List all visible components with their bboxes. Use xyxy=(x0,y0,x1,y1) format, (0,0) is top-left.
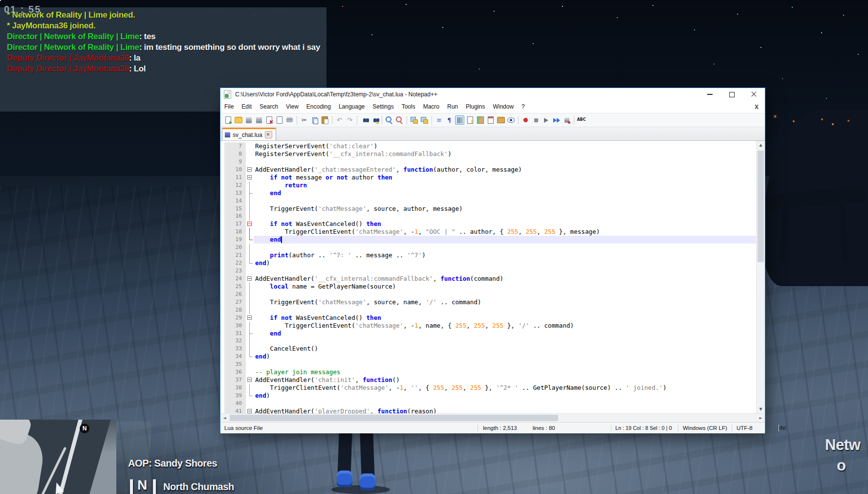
show-all-characters-icon[interactable]: ¶ xyxy=(445,115,454,125)
code-text[interactable]: if not message or not author then xyxy=(254,174,757,181)
document-list-icon[interactable] xyxy=(486,115,495,125)
fold-margin[interactable] xyxy=(246,407,254,413)
code-text[interactable]: print(author .. '^7: ' .. message .. '^7… xyxy=(254,251,757,259)
tab-sv-chat-lua[interactable]: sv_chat.lua xyxy=(222,128,276,140)
maximize-button[interactable] xyxy=(721,88,743,101)
menu-encoding[interactable]: Encoding xyxy=(303,101,335,113)
code-text[interactable] xyxy=(254,244,757,251)
code-editor[interactable]: 7RegisterServerEvent('chat:clear')8Regis… xyxy=(220,140,765,413)
open-file-icon[interactable] xyxy=(234,115,243,125)
scroll-right-arrow[interactable]: ► xyxy=(757,414,765,422)
fold-margin[interactable] xyxy=(246,174,254,181)
code-text[interactable] xyxy=(254,212,757,220)
macro-record-icon[interactable] xyxy=(521,115,530,125)
menu-file[interactable]: File xyxy=(220,101,238,113)
menu-help[interactable]: ? xyxy=(518,101,529,113)
save-all-icon[interactable] xyxy=(254,115,263,125)
vertical-scrollbar[interactable]: ▲ ▼ xyxy=(756,141,765,413)
code-text[interactable]: TriggerEvent('chatMessage', source, name… xyxy=(254,298,757,306)
code-text[interactable]: TriggerClientEvent('chatMessage', -1, ''… xyxy=(254,384,757,392)
close-icon[interactable] xyxy=(264,115,274,125)
code-text[interactable]: end xyxy=(254,330,757,337)
menu-settings[interactable]: Settings xyxy=(369,101,397,113)
spell-check-icon[interactable]: ABC xyxy=(577,115,586,125)
code-text[interactable]: -- player join messages xyxy=(254,368,757,376)
print-icon[interactable] xyxy=(285,115,294,125)
function-list-icon[interactable] xyxy=(465,115,475,125)
macro-run-multiple-icon[interactable] xyxy=(552,115,561,125)
sync-horizontal-icon[interactable] xyxy=(420,115,429,125)
fold-margin[interactable] xyxy=(246,220,254,228)
tab-close-icon[interactable] xyxy=(265,131,272,138)
menu-language[interactable]: Language xyxy=(335,101,369,113)
vertical-scroll-thumb[interactable] xyxy=(758,151,764,262)
code-text[interactable] xyxy=(254,400,757,407)
menu-tools[interactable]: Tools xyxy=(398,101,419,113)
find-icon[interactable] xyxy=(360,115,369,125)
fold-margin[interactable] xyxy=(246,275,254,283)
horizontal-scrollbar[interactable]: ◄ ► xyxy=(220,413,765,422)
redo-icon[interactable]: ↷ xyxy=(345,115,354,125)
scroll-left-arrow[interactable]: ◄ xyxy=(220,414,229,422)
scroll-down-arrow[interactable]: ▼ xyxy=(757,405,765,413)
menu-search[interactable]: Search xyxy=(256,101,282,113)
code-text[interactable]: TriggerEvent('chatMessage', source, auth… xyxy=(254,205,757,213)
code-text[interactable] xyxy=(254,158,757,166)
macro-stop-icon[interactable] xyxy=(531,115,541,125)
code-text[interactable]: if not WasEventCanceled() then xyxy=(254,220,757,228)
code-text[interactable]: AddEventHandler('__cfx_internal:commandF… xyxy=(254,275,757,283)
code-text[interactable]: end) xyxy=(254,392,757,400)
monitoring-icon[interactable] xyxy=(506,115,516,125)
code-text[interactable]: return xyxy=(254,181,757,189)
code-text[interactable]: RegisterServerEvent('chat:clear') xyxy=(254,142,757,150)
word-wrap-icon[interactable]: ≡ xyxy=(434,115,444,125)
undo-icon[interactable]: ↶ xyxy=(335,115,344,125)
menu-macro[interactable]: Macro xyxy=(419,101,443,113)
menu-plugins[interactable]: Plugins xyxy=(462,101,489,113)
code-text[interactable] xyxy=(254,267,757,275)
menu-view[interactable]: View xyxy=(282,101,303,113)
horizontal-scroll-track[interactable] xyxy=(229,414,757,422)
code-text[interactable] xyxy=(254,360,757,368)
folder-as-workspace-icon[interactable] xyxy=(496,115,505,125)
close-document-x-button[interactable]: X xyxy=(751,101,762,113)
code-text[interactable]: TriggerClientEvent('chatMessage', -1, na… xyxy=(254,322,757,330)
cut-icon[interactable]: ✂ xyxy=(300,115,309,125)
code-text[interactable] xyxy=(254,291,757,298)
new-file-icon[interactable] xyxy=(223,115,233,125)
fold-margin[interactable] xyxy=(246,314,254,322)
macro-play-icon[interactable] xyxy=(542,115,551,125)
code-text[interactable]: end xyxy=(254,189,757,197)
code-text[interactable]: AddEventHandler('chat:init', function() xyxy=(254,376,757,384)
macro-save-icon[interactable] xyxy=(562,115,571,125)
status-insert-mode[interactable]: INS xyxy=(779,425,786,431)
code-text[interactable] xyxy=(254,306,757,314)
code-text[interactable]: end) xyxy=(254,353,757,360)
title-bar[interactable]: C:\Users\Victor Ford\AppData\Local\Temp\… xyxy=(220,88,765,101)
document-map-icon[interactable] xyxy=(476,115,485,125)
menu-run[interactable]: Run xyxy=(443,101,462,113)
code-text[interactable] xyxy=(254,197,757,205)
code-text[interactable]: end) xyxy=(254,259,757,267)
code-text[interactable]: CancelEvent() xyxy=(254,345,757,353)
save-icon[interactable] xyxy=(244,115,253,125)
code-text[interactable]: if not WasEventCanceled() then xyxy=(254,314,757,322)
close-button[interactable] xyxy=(743,88,765,101)
fold-margin[interactable] xyxy=(246,166,254,174)
code-text[interactable]: end xyxy=(254,236,757,244)
scroll-up-arrow[interactable]: ▲ xyxy=(757,141,765,149)
menu-window[interactable]: Window xyxy=(489,101,518,113)
horizontal-scroll-thumb[interactable] xyxy=(230,415,558,421)
zoom-out-icon[interactable] xyxy=(395,115,404,125)
menu-edit[interactable]: Edit xyxy=(238,101,256,113)
code-text[interactable] xyxy=(254,337,757,345)
code-text[interactable]: local name = GetPlayerName(source) xyxy=(254,283,757,291)
minimize-button[interactable] xyxy=(699,88,721,101)
sync-vertical-icon[interactable] xyxy=(410,115,419,125)
paste-icon[interactable] xyxy=(320,115,329,125)
copy-icon[interactable] xyxy=(310,115,319,125)
code-text[interactable]: RegisterServerEvent('__cfx_internal:comm… xyxy=(254,150,757,158)
close-all-icon[interactable] xyxy=(275,115,284,125)
replace-icon[interactable] xyxy=(370,115,379,125)
indent-guide-icon[interactable] xyxy=(455,115,464,125)
